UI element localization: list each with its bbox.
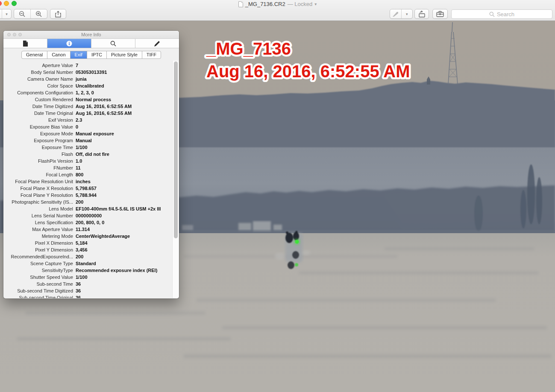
exif-value: 0 bbox=[76, 123, 78, 130]
exif-label: Custom Rendered bbox=[6, 96, 73, 103]
exif-row: FNumber 11 bbox=[6, 164, 172, 171]
zoom-out-button[interactable] bbox=[14, 9, 30, 18]
pen-icon bbox=[392, 11, 399, 17]
beacon-reflection bbox=[295, 263, 298, 266]
window-title: _MG_7136.CR2 bbox=[245, 1, 285, 7]
minimize-button[interactable] bbox=[4, 1, 9, 6]
exif-value: Standard bbox=[76, 260, 96, 267]
preview-window: _MG_7136 Aug 16, 2016, 6:52:55 AM _MG_71… bbox=[0, 0, 555, 392]
exif-label: RecommendedExposureInd... bbox=[6, 253, 73, 260]
exif-label: Scene Capture Type bbox=[6, 260, 73, 267]
markup-toolbar-button[interactable] bbox=[432, 9, 448, 19]
panel-scrollbar[interactable] bbox=[172, 61, 179, 298]
tab-general[interactable]: General bbox=[22, 51, 47, 59]
rotate-icon bbox=[418, 11, 426, 18]
exif-row: Aperture Value 7 bbox=[6, 62, 172, 69]
exif-value: 0000000000 bbox=[76, 212, 102, 219]
exif-value: 1, 2, 3, 0 bbox=[76, 89, 94, 96]
document-icon bbox=[23, 41, 28, 47]
markup-pen-chevron-icon[interactable]: ▾ bbox=[401, 9, 413, 18]
exif-value: 1.0 bbox=[76, 158, 82, 164]
exif-value: 5,184 bbox=[76, 240, 88, 246]
inspector-annotations-tab[interactable] bbox=[135, 39, 179, 48]
exif-row: Date Time Digitized Aug 16, 2016, 6:52:5… bbox=[6, 103, 172, 110]
exif-label: Lens Serial Number bbox=[6, 212, 73, 219]
exif-row: Lens Model EF100-400mm f/4.5-5.6L IS USM… bbox=[6, 205, 172, 212]
exif-label: Camera Owner Name bbox=[6, 76, 73, 82]
exif-value: 36 bbox=[76, 281, 81, 287]
exif-row: Color Space Uncalibrated bbox=[6, 82, 172, 89]
annotation-filename: _MG_7136 bbox=[206, 39, 291, 58]
exif-row: Exposure Bias Value 0 bbox=[6, 123, 172, 130]
exif-value: 3,456 bbox=[76, 246, 88, 253]
close-button[interactable] bbox=[0, 1, 2, 6]
exif-value: 200 bbox=[76, 199, 83, 205]
exif-value: Normal process bbox=[76, 96, 111, 103]
exif-row: Camera Owner Name junia bbox=[6, 76, 172, 82]
panel-title: More Info bbox=[81, 32, 101, 37]
exif-value: 11 bbox=[76, 164, 81, 171]
zoom-in-button[interactable] bbox=[30, 9, 47, 18]
exif-row: Photographic Sensitivity (IS... 200 bbox=[6, 199, 172, 205]
scrollbar-thumb[interactable] bbox=[174, 61, 178, 238]
exif-label: Focal Plane Resolution Unit bbox=[6, 178, 73, 185]
panel-zoom-button[interactable] bbox=[18, 33, 22, 36]
inspector-info-tab[interactable] bbox=[47, 39, 91, 48]
exif-row: Focal Plane Resolution Unit inches bbox=[6, 178, 172, 185]
rotate-button[interactable] bbox=[414, 9, 429, 19]
exif-label: Focal Plane X Resolution bbox=[6, 185, 73, 192]
exif-value: Aug 16, 2016, 6:52:55 AM bbox=[76, 110, 132, 117]
share-button[interactable] bbox=[50, 9, 66, 19]
zoom-window-button[interactable] bbox=[12, 1, 17, 6]
exif-row: Lens Serial Number 0000000000 bbox=[6, 212, 172, 219]
lock-status: — Locked bbox=[288, 1, 313, 7]
panel-minimize-button[interactable] bbox=[13, 33, 16, 36]
exif-label: Aperture Value bbox=[6, 62, 73, 69]
exif-row: Focal Plane Y Resolution 5,788.944 bbox=[6, 192, 172, 199]
share-icon bbox=[55, 11, 61, 18]
exif-label: Sub-second Time Digitized bbox=[6, 287, 73, 294]
exif-row: Scene Capture Type Standard bbox=[6, 260, 172, 267]
exif-label: Photographic Sensitivity (IS... bbox=[6, 199, 73, 205]
exif-row: Date Time Original Aug 16, 2016, 6:52:55… bbox=[6, 110, 172, 117]
beacon-light bbox=[295, 240, 299, 244]
exif-label: Max Aperture Value bbox=[6, 226, 73, 233]
exif-row: Metering Mode CenterWeightedAverage bbox=[6, 233, 172, 240]
exif-label: SensitivityType bbox=[6, 267, 73, 274]
window-titlebar: _MG_7136.CR2 — Locked ▾ bbox=[0, 0, 555, 8]
exif-row: Pixel Y Dimension 3,456 bbox=[6, 246, 172, 253]
exif-row: Flash Off, did not fire bbox=[6, 151, 172, 158]
view-menu-button[interactable]: ▾ bbox=[0, 9, 12, 19]
search-input[interactable]: Search bbox=[451, 9, 552, 19]
tab-iptc[interactable]: IPTC bbox=[87, 51, 106, 59]
tab-tiff[interactable]: TIFF bbox=[142, 51, 161, 59]
exif-label: Exposure Bias Value bbox=[6, 123, 73, 130]
exif-value: 200 bbox=[76, 253, 83, 260]
exif-label: Exif Version bbox=[6, 117, 73, 123]
tab-picture-style[interactable]: Picture Style bbox=[106, 51, 142, 59]
inspector-keywords-tab[interactable] bbox=[91, 39, 135, 48]
exif-label: Date Time Original bbox=[6, 110, 73, 117]
panel-close-button[interactable] bbox=[7, 33, 11, 36]
exif-list: Aperture Value 7 Body Serial Number 0530… bbox=[4, 61, 172, 298]
exif-label: Components Configuration bbox=[6, 89, 73, 96]
exif-row: Sub-second Time 36 bbox=[6, 281, 172, 287]
exif-label: Exposure Time bbox=[6, 144, 73, 151]
exif-label: Flash bbox=[6, 151, 73, 158]
exif-row: Custom Rendered Normal process bbox=[6, 96, 172, 103]
exif-value: 36 bbox=[76, 287, 81, 294]
markup-pen-button[interactable] bbox=[390, 9, 401, 18]
exif-label: FNumber bbox=[6, 164, 73, 171]
exif-row: SensitivityType Recommended exposure ind… bbox=[6, 267, 172, 274]
exif-label: FlashPix Version bbox=[6, 158, 73, 164]
exif-row: Exposure Program Manual bbox=[6, 137, 172, 144]
exif-value: 200, 800, 0, 0 bbox=[76, 219, 104, 226]
exif-label: Color Space bbox=[6, 82, 73, 89]
inspector-general-tab[interactable] bbox=[3, 39, 47, 48]
title-chevron-down-icon[interactable]: ▾ bbox=[314, 2, 317, 6]
exif-label: Lens Specification bbox=[6, 219, 73, 226]
tab-canon[interactable]: Canon bbox=[47, 51, 70, 59]
document-proxy-icon[interactable] bbox=[238, 1, 243, 7]
tab-exif[interactable]: Exif bbox=[70, 51, 87, 59]
exif-row: Focal Plane X Resolution 5,798.657 bbox=[6, 185, 172, 192]
